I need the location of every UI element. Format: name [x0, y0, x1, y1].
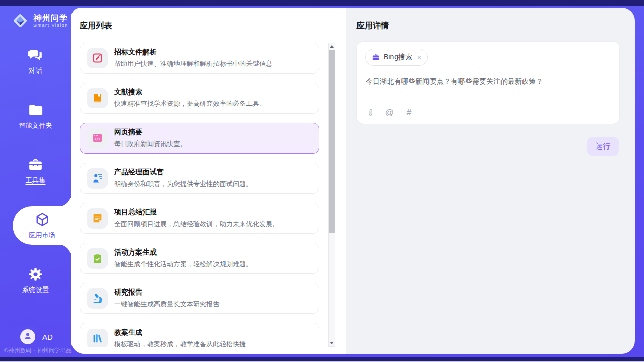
diamond-logo-icon — [11, 12, 29, 30]
app-card-title: 研究报告 — [114, 288, 220, 297]
close-icon[interactable]: × — [417, 54, 421, 61]
app-detail-panel: 应用详情 Bing搜索 × 今日湖北有哪些新闻要点？有哪些需要关注的最新政策？ … — [346, 8, 635, 354]
app-card-title: 教案生成 — [114, 328, 246, 337]
sidebar-item-label: 工具集 — [26, 176, 46, 185]
sidebar-item-label: 智能文件夹 — [19, 121, 52, 130]
tool-tag-label: Bing搜索 — [384, 53, 412, 62]
app-card-title: 活动方案生成 — [114, 248, 253, 257]
sidebar-nav: 对话 智能文件夹 工具集 应用市场 系统设置 — [0, 42, 71, 316]
app-card[interactable]: 活动方案生成 智能生成个性化活动方案，轻松解决规划难题。 — [80, 243, 319, 274]
browser-code-icon: </> — [87, 128, 108, 149]
app-card[interactable]: </> 网页摘要 每日政府新闻资讯快查。 — [80, 123, 319, 154]
app-card[interactable]: 教案生成 模板驱动，教案秒成，教学准备从此轻松快捷 — [80, 323, 319, 347]
app-card-desc: 全面回顾项目进展，总结经验教训，助力未来优化发展。 — [114, 220, 279, 229]
brand-logo: 神州问学 Smart Vision — [0, 6, 71, 30]
tool-tag-bing-search[interactable]: Bing搜索 × — [365, 49, 428, 66]
app-card-list: 招标文件解析 帮助用户快速、准确地理解和解析招标书中的关键信息 文献搜索 快速精… — [80, 43, 319, 347]
query-input[interactable]: 今日湖北有哪些新闻要点？有哪些需要关注的最新政策？ — [366, 77, 611, 86]
run-button[interactable]: 运行 — [587, 137, 619, 156]
at-icon[interactable]: @ — [385, 107, 395, 117]
app-card[interactable]: 研究报告 一键智能生成高质量长文本研究报告 — [80, 283, 319, 314]
sidebar-item-folder[interactable]: 智能文件夹 — [0, 97, 71, 135]
top-frame-strip — [0, 0, 644, 6]
paperclip-icon[interactable] — [366, 107, 375, 117]
user-icon — [23, 331, 32, 342]
composer-toolbar: @# — [366, 107, 414, 117]
gear-icon — [28, 267, 43, 282]
copyright-footer: ©神州数码 · 神州问学出品 — [4, 347, 72, 354]
sidebar-item-toolbox[interactable]: 工具集 — [0, 152, 71, 190]
sidebar-item-label: 对话 — [29, 66, 42, 76]
app-card-desc: 模板驱动，教案秒成，教学准备从此轻松快捷 — [114, 340, 246, 347]
sidebar-item-label: 系统设置 — [22, 285, 49, 295]
briefcase-icon — [372, 53, 380, 61]
sidebar-item-label: 应用市场 — [29, 231, 55, 240]
sidebar-item-gear[interactable]: 系统设置 — [0, 261, 71, 300]
scroll-up-arrow[interactable] — [329, 43, 335, 50]
user-name: AD — [42, 333, 53, 341]
hash-icon[interactable]: # — [404, 107, 414, 117]
app-card[interactable]: 项目总结汇报 全面回顾项目进展，总结经验教训，助力未来优化发展。 — [80, 203, 319, 234]
sidebar-item-chat[interactable]: 对话 — [0, 42, 71, 81]
app-card-title: 产品经理面试官 — [114, 168, 253, 177]
scroll-down-arrow[interactable] — [329, 340, 335, 346]
note-icon — [87, 208, 108, 229]
scrollbar[interactable] — [328, 43, 335, 347]
app-list-title: 应用列表 — [80, 21, 112, 31]
app-card-desc: 一键智能生成高质量长文本研究报告 — [114, 300, 220, 309]
app-card-desc: 帮助用户快速、准确地理解和解析招标书中的关键信息 — [114, 59, 272, 68]
app-window: 神州问学 Smart Vision 对话 智能文件夹 工具集 应用市场 系统设置… — [0, 0, 644, 362]
brand-subtitle: Smart Vision — [33, 23, 68, 28]
toolbox-icon — [28, 157, 43, 172]
brand-name: 神州问学 — [33, 14, 68, 23]
chat-icon — [28, 48, 43, 63]
user-badge[interactable]: AD — [20, 329, 53, 344]
app-card-desc: 快速精准查找学术资源，提高研究效率的必备工具。 — [114, 99, 266, 108]
sidebar-item-cube[interactable]: 应用市场 — [13, 206, 71, 245]
content-area: 应用列表 招标文件解析 帮助用户快速、准确地理解和解析招标书中的关键信息 文献搜… — [71, 8, 635, 354]
svg-text:</>: </> — [94, 137, 101, 141]
edit-square-icon — [87, 48, 108, 68]
book-icon — [87, 88, 108, 108]
app-detail-title: 应用详情 — [356, 21, 389, 31]
composer-card: Bing搜索 × 今日湖北有哪些新闻要点？有哪些需要关注的最新政策？ @# — [356, 41, 620, 124]
avatar — [20, 329, 35, 344]
clipboard-check-icon — [87, 248, 108, 269]
folder-icon — [28, 102, 43, 118]
app-card[interactable]: 招标文件解析 帮助用户快速、准确地理解和解析招标书中的关键信息 — [80, 43, 319, 74]
app-card-title: 文献搜索 — [114, 88, 266, 97]
scrollbar-thumb[interactable] — [329, 50, 335, 233]
app-card-title: 招标文件解析 — [114, 48, 272, 57]
app-card-title: 项目总结汇报 — [114, 208, 279, 217]
app-card-desc: 智能生成个性化活动方案，轻松解决规划难题。 — [114, 260, 253, 269]
sidebar: 神州问学 Smart Vision 对话 智能文件夹 工具集 应用市场 系统设置… — [0, 6, 71, 357]
app-card[interactable]: 文献搜索 快速精准查找学术资源，提高研究效率的必备工具。 — [80, 83, 319, 114]
books-icon — [87, 329, 108, 347]
presenter-icon — [87, 168, 108, 189]
app-card-title: 网页摘要 — [114, 128, 187, 137]
microscope-icon — [87, 288, 108, 309]
app-card-desc: 明确身份和职责，为您提供专业性的面试问题。 — [114, 179, 253, 189]
app-card[interactable]: 产品经理面试官 明确身份和职责，为您提供专业性的面试问题。 — [80, 163, 319, 194]
bottom-frame-strip — [0, 357, 644, 361]
app-list-panel: 应用列表 招标文件解析 帮助用户快速、准确地理解和解析招标书中的关键信息 文献搜… — [71, 8, 346, 354]
cube-icon — [34, 212, 50, 227]
app-card-desc: 每日政府新闻资讯快查。 — [114, 139, 187, 149]
